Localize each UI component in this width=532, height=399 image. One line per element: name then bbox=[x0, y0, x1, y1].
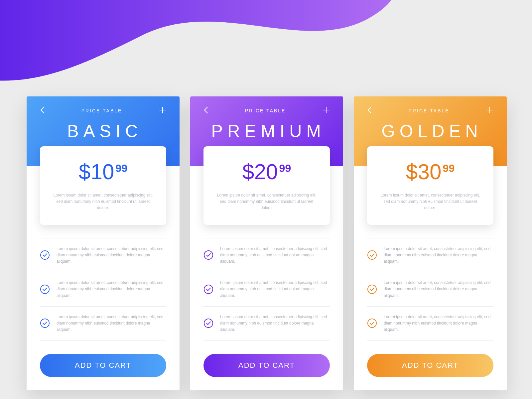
feature-text: Lorem ipsum dolor sit amet, consectetuer… bbox=[57, 280, 166, 299]
list-item: Lorem ipsum dolor sit amet, consectetuer… bbox=[367, 238, 493, 272]
plus-icon[interactable] bbox=[323, 106, 330, 115]
feature-text: Lorem ipsum dolor sit amet, consectetuer… bbox=[220, 246, 330, 265]
feature-text: Lorem ipsum dolor sit amet, consectetuer… bbox=[384, 314, 493, 333]
price-cents: 99 bbox=[279, 162, 291, 175]
add-to-cart-button[interactable]: ADD TO CART bbox=[40, 354, 166, 377]
plus-icon[interactable] bbox=[486, 106, 493, 115]
check-icon bbox=[203, 284, 213, 294]
check-icon bbox=[367, 250, 377, 260]
svg-point-4 bbox=[204, 285, 213, 294]
svg-point-3 bbox=[204, 251, 213, 259]
back-icon[interactable] bbox=[367, 106, 372, 115]
add-to-cart-button[interactable]: ADD TO CART bbox=[367, 354, 493, 377]
check-icon bbox=[40, 318, 50, 328]
plan-name: BASIC bbox=[64, 121, 142, 141]
plan-description: Lorem ipsum dolor sit amet, consectetuer… bbox=[213, 192, 320, 211]
list-item: Lorem ipsum dolor sit amet, consectetuer… bbox=[40, 238, 166, 272]
svg-point-2 bbox=[41, 319, 49, 328]
price-main: $30 bbox=[406, 160, 442, 184]
check-icon bbox=[203, 318, 213, 328]
pricing-card-golden: PRICE TABLE GOLDEN $30 99 Lorem ipsum do… bbox=[354, 96, 507, 390]
svg-point-6 bbox=[368, 251, 376, 259]
add-to-cart-button[interactable]: ADD TO CART bbox=[203, 354, 330, 377]
plus-icon[interactable] bbox=[159, 106, 166, 115]
feature-text: Lorem ipsum dolor sit amet, consectetuer… bbox=[57, 246, 166, 265]
feature-list-golden: Lorem ipsum dolor sit amet, consectetuer… bbox=[354, 225, 507, 341]
card-subtitle: PRICE TABLE bbox=[245, 108, 286, 113]
plan-description: Lorem ipsum dolor sit amet, consectetuer… bbox=[377, 192, 483, 211]
price-main: $10 bbox=[79, 160, 114, 184]
check-icon bbox=[367, 318, 377, 328]
feature-text: Lorem ipsum dolor sit amet, consectetuer… bbox=[220, 280, 330, 299]
back-icon[interactable] bbox=[203, 106, 208, 115]
card-subtitle: PRICE TABLE bbox=[409, 108, 450, 113]
svg-point-8 bbox=[368, 319, 376, 328]
svg-point-5 bbox=[204, 319, 213, 328]
price-box-golden: $30 99 Lorem ipsum dolor sit amet, conse… bbox=[367, 146, 493, 225]
list-item: Lorem ipsum dolor sit amet, consectetuer… bbox=[40, 272, 166, 306]
plan-name: PREMIUM bbox=[208, 121, 326, 141]
price-cents: 99 bbox=[443, 162, 455, 175]
list-item: Lorem ipsum dolor sit amet, consectetuer… bbox=[40, 306, 166, 341]
price-main: $20 bbox=[242, 160, 278, 184]
check-icon bbox=[40, 250, 50, 260]
price-box-premium: $20 99 Lorem ipsum dolor sit amet, conse… bbox=[203, 146, 330, 225]
check-icon bbox=[203, 250, 213, 260]
svg-point-0 bbox=[41, 251, 49, 259]
list-item: Lorem ipsum dolor sit amet, consectetuer… bbox=[367, 306, 493, 341]
pricing-card-basic: PRICE TABLE BASIC $10 99 Lorem ipsum dol… bbox=[27, 96, 180, 390]
feature-text: Lorem ipsum dolor sit amet, consectetuer… bbox=[57, 314, 166, 333]
price-cents: 99 bbox=[116, 162, 128, 175]
pricing-card-premium: PRICE TABLE PREMIUM $20 99 Lorem ipsum d… bbox=[190, 96, 343, 390]
feature-list-premium: Lorem ipsum dolor sit amet, consectetuer… bbox=[190, 225, 343, 341]
feature-list-basic: Lorem ipsum dolor sit amet, consectetuer… bbox=[27, 225, 180, 341]
check-icon bbox=[40, 284, 50, 294]
list-item: Lorem ipsum dolor sit amet, consectetuer… bbox=[367, 272, 493, 306]
feature-text: Lorem ipsum dolor sit amet, consectetuer… bbox=[384, 280, 493, 299]
plan-description: Lorem ipsum dolor sit amet, consectetuer… bbox=[50, 192, 156, 211]
check-icon bbox=[367, 284, 377, 294]
back-icon[interactable] bbox=[40, 106, 45, 115]
svg-point-7 bbox=[368, 285, 376, 294]
feature-text: Lorem ipsum dolor sit amet, consectetuer… bbox=[220, 314, 330, 333]
price-box-basic: $10 99 Lorem ipsum dolor sit amet, conse… bbox=[40, 146, 166, 225]
feature-text: Lorem ipsum dolor sit amet, consectetuer… bbox=[384, 246, 493, 265]
list-item: Lorem ipsum dolor sit amet, consectetuer… bbox=[203, 306, 330, 341]
pricing-cards: PRICE TABLE BASIC $10 99 Lorem ipsum dol… bbox=[27, 96, 507, 390]
plan-name: GOLDEN bbox=[378, 121, 482, 141]
card-subtitle: PRICE TABLE bbox=[81, 108, 122, 113]
list-item: Lorem ipsum dolor sit amet, consectetuer… bbox=[203, 238, 330, 272]
svg-point-1 bbox=[41, 285, 49, 294]
list-item: Lorem ipsum dolor sit amet, consectetuer… bbox=[203, 272, 330, 306]
